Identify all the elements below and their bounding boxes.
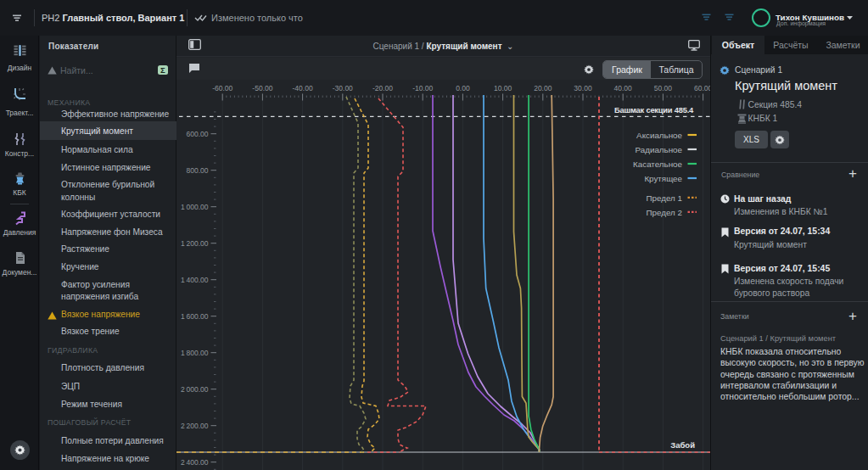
- svg-text:-30.00: -30.00: [333, 84, 353, 92]
- svg-text:800.00: 800.00: [187, 166, 209, 175]
- svg-text:600.00: 600.00: [187, 130, 209, 138]
- svg-text:1 600.00: 1 600.00: [181, 312, 209, 321]
- svg-text:50.00: 50.00: [654, 84, 673, 92]
- svg-text:2 200.00: 2 200.00: [181, 422, 209, 430]
- svg-text:Забой: Забой: [670, 440, 695, 450]
- svg-text:-10.00: -10.00: [412, 84, 433, 92]
- svg-text:-50.00: -50.00: [252, 84, 272, 92]
- svg-text:1 000.00: 1 000.00: [181, 203, 209, 211]
- svg-text:Предел 2: Предел 2: [647, 208, 682, 217]
- svg-text:0.00: 0.00: [456, 84, 470, 92]
- svg-text:-40.00: -40.00: [293, 84, 313, 92]
- svg-text:Аксиальное: Аксиальное: [636, 131, 682, 140]
- svg-text:-20.00: -20.00: [372, 84, 393, 92]
- svg-text:30.00: 30.00: [574, 84, 592, 92]
- svg-text:2 000.00: 2 000.00: [181, 385, 209, 394]
- svg-text:Радиальное: Радиальное: [636, 145, 683, 154]
- svg-text:-60.00: -60.00: [212, 84, 232, 92]
- svg-text:Предел 1: Предел 1: [647, 193, 682, 203]
- svg-text:1 800.00: 1 800.00: [181, 349, 209, 357]
- svg-text:Крутящее: Крутящее: [644, 174, 682, 183]
- svg-text:10.00: 10.00: [494, 84, 512, 92]
- svg-text:Башмак секции 485.4: Башмак секции 485.4: [614, 106, 694, 115]
- svg-text:40.00: 40.00: [614, 84, 633, 92]
- svg-text:1 200.00: 1 200.00: [181, 239, 209, 248]
- svg-text:60.00: 60.00: [694, 84, 710, 92]
- svg-text:2 400.00: 2 400.00: [181, 458, 209, 467]
- svg-text:1 400.00: 1 400.00: [181, 276, 209, 284]
- svg-text:Касательное: Касательное: [633, 159, 682, 169]
- svg-text:20.00: 20.00: [534, 84, 552, 92]
